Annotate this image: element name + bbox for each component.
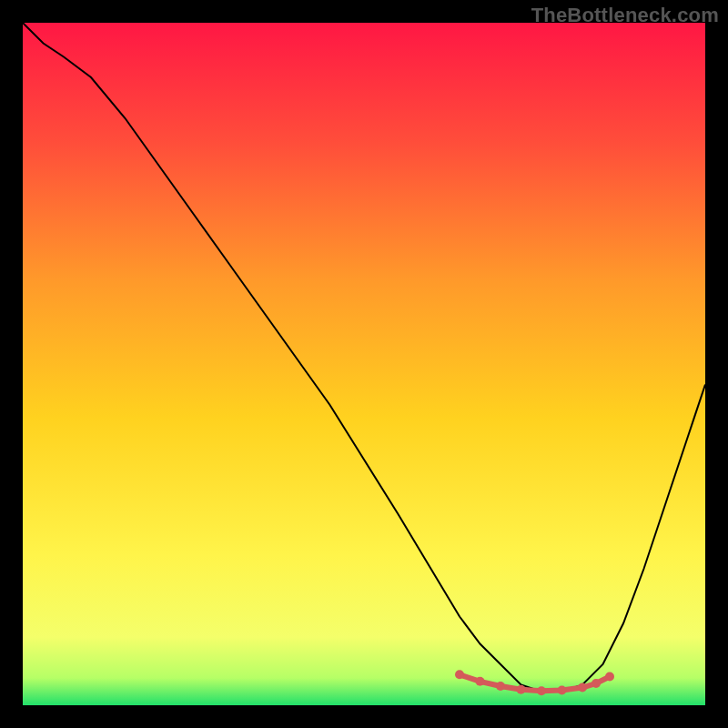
sweet-spot-marker: [558, 686, 567, 695]
sweet-spot-marker: [578, 683, 587, 693]
watermark-text: TheBottleneck.com: [531, 4, 719, 27]
sweet-spot-marker: [455, 670, 464, 679]
sweet-spot-marker: [605, 672, 614, 682]
bottleneck-curve-plot: [23, 23, 705, 705]
sweet-spot-marker: [592, 679, 601, 688]
sweet-spot-marker: [476, 677, 485, 686]
sweet-spot-marker: [496, 682, 505, 691]
gradient-background: [23, 23, 705, 705]
sweet-spot-marker: [537, 686, 546, 695]
chart-canvas: TheBottleneck.com: [0, 0, 728, 728]
sweet-spot-marker: [517, 685, 526, 694]
